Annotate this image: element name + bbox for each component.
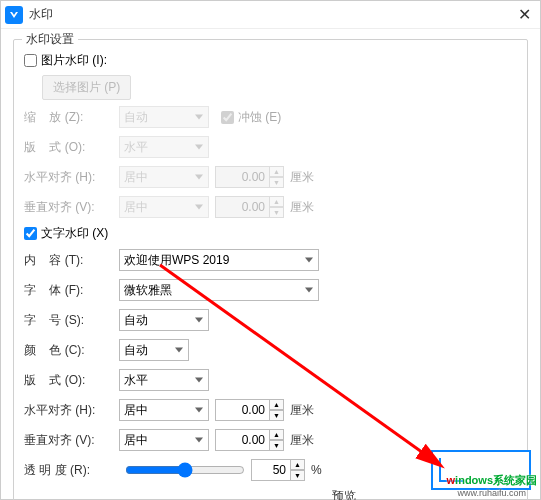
- scale-select-wrap: 自动: [119, 106, 209, 128]
- opacity-label: 透 明 度 (R):: [24, 462, 119, 479]
- image-valign-unit: 厘米: [290, 199, 314, 216]
- washout-label: 冲蚀 (E): [238, 109, 281, 126]
- font-select-wrap: 微软雅黑: [119, 279, 319, 301]
- text-valign-select-wrap: 居中: [119, 429, 209, 451]
- color-select[interactable]: 自动: [119, 339, 189, 361]
- content-label: 内 容 (T):: [24, 252, 119, 269]
- text-watermark-checkbox-row: 文字水印 (X): [24, 225, 344, 242]
- image-layout-label: 版 式 (O):: [24, 139, 119, 156]
- image-valign-label: 垂直对齐 (V):: [24, 199, 119, 216]
- text-layout-select-wrap: 水平: [119, 369, 209, 391]
- text-size-row: 字 号 (S): 自动: [24, 308, 344, 332]
- image-halign-unit: 厘米: [290, 169, 314, 186]
- source-watermark: windows系统家园 www.ruhaifu.com: [447, 473, 537, 498]
- spinner-up-icon[interactable]: ▲: [269, 166, 284, 177]
- app-icon: [5, 6, 23, 24]
- text-halign-select-wrap: 居中: [119, 399, 209, 421]
- spinner-up-icon[interactable]: ▲: [269, 429, 284, 440]
- size-select[interactable]: 自动: [119, 309, 209, 331]
- select-image-row: 选择图片 (P): [24, 75, 344, 99]
- color-value-text: 自动: [124, 342, 148, 359]
- text-valign-unit: 厘米: [290, 432, 314, 449]
- dialog-content: 水印设置 图片水印 (I): 选择图片 (P) 缩 放 (Z): 自动: [1, 29, 540, 500]
- image-watermark-label: 图片水印 (I):: [41, 52, 107, 69]
- settings-fieldset: 水印设置 图片水印 (I): 选择图片 (P) 缩 放 (Z): 自动: [13, 39, 528, 500]
- color-select-wrap: 自动: [119, 339, 189, 361]
- image-halign-row: 水平对齐 (H): 居中 ▲ ▼ 厘米: [24, 165, 344, 189]
- image-layout-select[interactable]: 水平: [119, 136, 209, 158]
- content-select-wrap: 欢迎使用WPS 2019: [119, 249, 319, 271]
- size-label: 字 号 (S):: [24, 312, 119, 329]
- text-watermark-checkbox[interactable]: [24, 227, 37, 240]
- text-halign-unit: 厘米: [290, 402, 314, 419]
- image-halign-label: 水平对齐 (H):: [24, 169, 119, 186]
- content-select[interactable]: 欢迎使用WPS 2019: [119, 249, 319, 271]
- image-watermark-checkbox-row: 图片水印 (I):: [24, 52, 344, 69]
- dialog-title: 水印: [29, 6, 512, 23]
- text-halign-select[interactable]: 居中: [119, 399, 209, 421]
- opacity-spinner: ▲ ▼: [290, 459, 305, 481]
- text-valign-spinner: ▲ ▼: [269, 429, 284, 451]
- font-label: 字 体 (F):: [24, 282, 119, 299]
- image-halign-spinner: ▲ ▼: [269, 166, 284, 188]
- fieldset-legend: 水印设置: [22, 31, 78, 48]
- spinner-up-icon[interactable]: ▲: [269, 399, 284, 410]
- image-scale-row: 缩 放 (Z): 自动 冲蚀 (E): [24, 105, 344, 129]
- image-watermark-checkbox[interactable]: [24, 54, 37, 67]
- text-valign-offset-input[interactable]: [215, 429, 270, 451]
- washout-checkbox[interactable]: [221, 111, 234, 124]
- spinner-down-icon[interactable]: ▼: [290, 470, 305, 481]
- spinner-down-icon[interactable]: ▼: [269, 440, 284, 451]
- image-halign-offset-input[interactable]: [215, 166, 270, 188]
- text-content-row: 内 容 (T): 欢迎使用WPS 2019: [24, 248, 344, 272]
- watermark-dialog: 水印 ✕ 水印设置 图片水印 (I): 选择图片 (P) 缩 放 (Z): 自动: [0, 0, 541, 500]
- size-select-wrap: 自动: [119, 309, 209, 331]
- select-image-button[interactable]: 选择图片 (P): [42, 75, 131, 100]
- text-font-row: 字 体 (F): 微软雅黑: [24, 278, 344, 302]
- image-valign-offset-input[interactable]: [215, 196, 270, 218]
- image-valign-select-wrap: 居中: [119, 196, 209, 218]
- image-layout-row: 版 式 (O): 水平: [24, 135, 344, 159]
- text-halign-spinner: ▲ ▼: [269, 399, 284, 421]
- image-halign-select[interactable]: 居中: [119, 166, 209, 188]
- image-layout-select-wrap: 水平: [119, 136, 209, 158]
- opacity-input[interactable]: [251, 459, 291, 481]
- spinner-down-icon[interactable]: ▼: [269, 410, 284, 421]
- text-halign-row: 水平对齐 (H): 居中 ▲ ▼ 厘米: [24, 398, 344, 422]
- close-button[interactable]: ✕: [512, 3, 536, 27]
- image-valign-select[interactable]: 居中: [119, 196, 209, 218]
- spinner-down-icon[interactable]: ▼: [269, 207, 284, 218]
- text-layout-row: 版 式 (O): 水平: [24, 368, 344, 392]
- titlebar: 水印 ✕: [1, 1, 540, 29]
- color-label: 颜 色 (C):: [24, 342, 119, 359]
- text-halign-label: 水平对齐 (H):: [24, 402, 119, 419]
- text-valign-select[interactable]: 居中: [119, 429, 209, 451]
- settings-left-column: 图片水印 (I): 选择图片 (P) 缩 放 (Z): 自动 冲蚀 (E): [24, 48, 344, 488]
- scale-label: 缩 放 (Z):: [24, 109, 119, 126]
- image-valign-row: 垂直对齐 (V): 居中 ▲ ▼ 厘米: [24, 195, 344, 219]
- text-layout-select[interactable]: 水平: [119, 369, 209, 391]
- font-select[interactable]: 微软雅黑: [119, 279, 319, 301]
- text-halign-offset-input[interactable]: [215, 399, 270, 421]
- spinner-up-icon[interactable]: ▲: [269, 196, 284, 207]
- opacity-row: 透 明 度 (R): ▲ ▼ %: [24, 458, 344, 482]
- scale-select[interactable]: 自动: [119, 106, 209, 128]
- text-color-row: 颜 色 (C): 自动: [24, 338, 344, 362]
- image-halign-select-wrap: 居中: [119, 166, 209, 188]
- text-valign-label: 垂直对齐 (V):: [24, 432, 119, 449]
- washout-wrap: 冲蚀 (E): [221, 109, 281, 126]
- opacity-unit: %: [311, 463, 322, 477]
- text-valign-row: 垂直对齐 (V): 居中 ▲ ▼ 厘米: [24, 428, 344, 452]
- spinner-up-icon[interactable]: ▲: [290, 459, 305, 470]
- opacity-slider[interactable]: [125, 462, 245, 478]
- image-valign-spinner: ▲ ▼: [269, 196, 284, 218]
- spinner-down-icon[interactable]: ▼: [269, 177, 284, 188]
- text-watermark-label: 文字水印 (X): [41, 225, 108, 242]
- text-layout-label: 版 式 (O):: [24, 372, 119, 389]
